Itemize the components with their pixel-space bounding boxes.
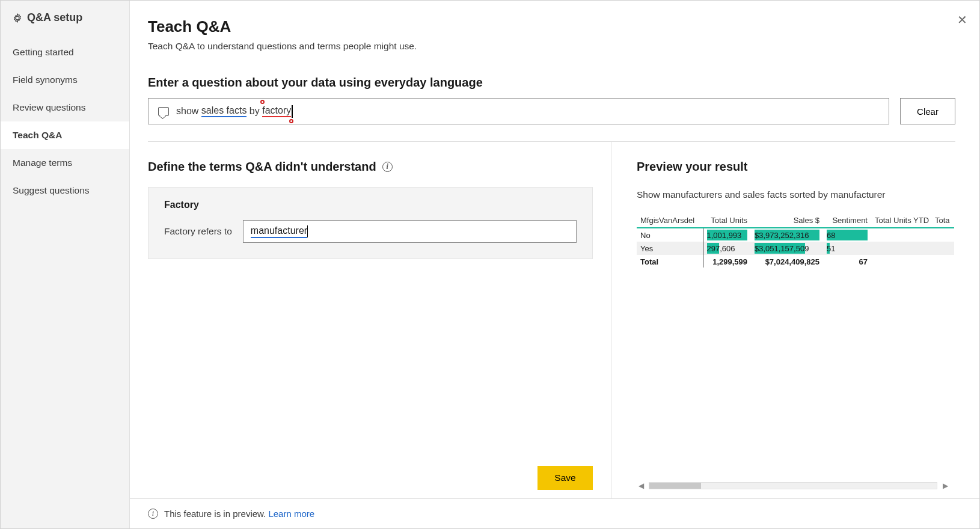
col-header[interactable]: Sales $ [751, 213, 823, 228]
footer-text: This feature is in preview. [164, 509, 266, 519]
preview-panel: Preview your result Show manufacturers a… [611, 142, 955, 498]
preview-description: Show manufacturers and sales facts sorte… [637, 189, 949, 200]
table-total-row: Total 1,299,599 $7,024,409,825 67 [637, 255, 954, 268]
question-text: show sales facts by factory [176, 105, 293, 118]
gear-icon [13, 13, 22, 23]
sidebar-item-getting-started[interactable]: Getting started [1, 38, 129, 66]
chat-icon [158, 107, 169, 116]
undefined-term-token[interactable]: factory [262, 105, 291, 116]
sidebar-title-text: Q&A setup [27, 11, 82, 24]
term-name: Factory [164, 200, 577, 210]
term-card: Factory Factory refers to manufacturer [148, 187, 593, 259]
question-input[interactable]: show sales facts by factory [148, 98, 889, 124]
sidebar-item-review-questions[interactable]: Review questions [1, 94, 129, 121]
sidebar-title: Q&A setup [1, 11, 129, 38]
page-subtitle: Teach Q&A to understand questions and te… [148, 41, 955, 52]
page-title: Teach Q&A [148, 17, 955, 36]
col-header[interactable]: Total Units YTD [871, 213, 931, 228]
text-caret [292, 105, 293, 118]
main: ✕ Teach Q&A Teach Q&A to understand ques… [130, 1, 979, 528]
sidebar-item-field-synonyms[interactable]: Field synonyms [1, 66, 129, 94]
chevron-left-icon[interactable]: ◀ [637, 482, 645, 490]
preview-heading: Preview your result [637, 160, 949, 174]
info-icon[interactable]: i [382, 162, 393, 172]
sidebar-item-teach-qna[interactable]: Teach Q&A [1, 121, 129, 149]
question-section-label: Enter a question about your data using e… [148, 76, 955, 90]
define-heading: Define the terms Q&A didn't understand [148, 160, 376, 174]
save-button[interactable]: Save [537, 466, 593, 490]
col-header[interactable]: MfgisVanArsdel [637, 213, 703, 228]
sidebar: Q&A setup Getting started Field synonyms… [1, 1, 130, 528]
refers-to-input[interactable]: manufacturer [243, 220, 577, 243]
col-header[interactable]: Tota [931, 213, 954, 228]
sidebar-item-manage-terms[interactable]: Manage terms [1, 149, 129, 177]
clear-button[interactable]: Clear [900, 98, 955, 124]
close-button[interactable]: ✕ [954, 9, 971, 31]
define-terms-panel: Define the terms Q&A didn't understand i… [148, 142, 611, 498]
scroll-thumb[interactable] [649, 483, 701, 489]
table-row[interactable]: Yes 297,606 $3,051,157,509 51 [637, 242, 954, 255]
refers-to-label: Factory refers to [164, 226, 232, 237]
chevron-right-icon[interactable]: ▶ [941, 482, 949, 490]
footer: i This feature is in preview. Learn more [130, 498, 979, 528]
sidebar-item-suggest-questions[interactable]: Suggest questions [1, 177, 129, 204]
learn-more-link[interactable]: Learn more [268, 509, 314, 519]
col-header[interactable]: Total Units [703, 213, 751, 228]
col-header[interactable]: Sentiment [823, 213, 871, 228]
horizontal-scrollbar[interactable]: ◀ ▶ [637, 482, 949, 498]
qna-setup-dialog: Q&A setup Getting started Field synonyms… [0, 0, 980, 529]
scroll-track[interactable] [649, 482, 937, 489]
info-icon: i [148, 509, 158, 519]
preview-table: MfgisVanArsdel Total Units Sales $ Senti… [637, 213, 954, 268]
table-row[interactable]: No 1,001,993 $3,973,252,316 68 [637, 228, 954, 242]
text-caret [307, 225, 308, 237]
